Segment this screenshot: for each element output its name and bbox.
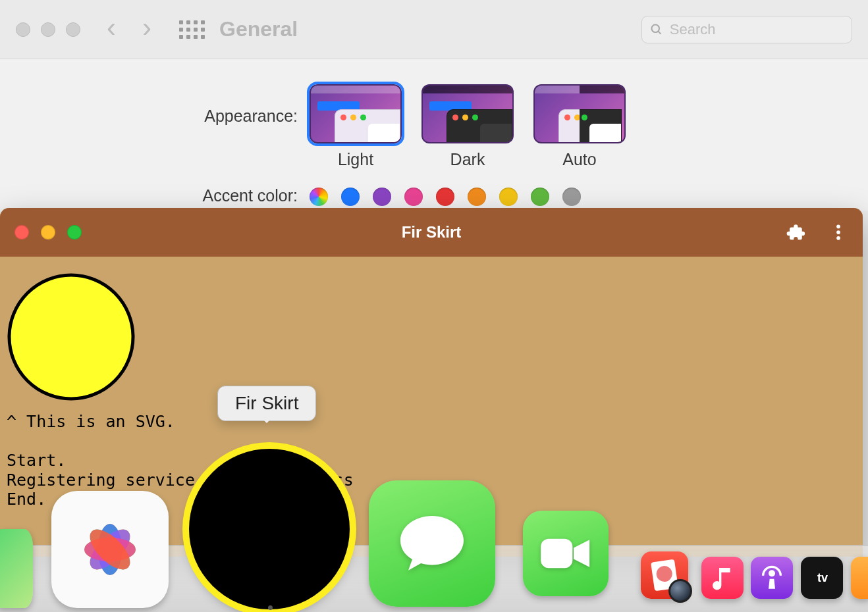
dock-tv-icon[interactable]: tv — [801, 557, 843, 599]
svg-point-4 — [836, 236, 840, 240]
accent-red[interactable] — [436, 188, 454, 206]
close-icon[interactable] — [14, 225, 29, 240]
dock-partial-icon[interactable] — [851, 557, 868, 599]
dock-maps-icon[interactable] — [0, 529, 33, 608]
pane-title: General — [219, 17, 298, 41]
zoom-icon[interactable] — [67, 225, 82, 240]
dock-photobooth-icon[interactable] — [641, 551, 688, 599]
svg-rect-14 — [541, 539, 572, 569]
appearance-dark-label: Dark — [421, 150, 514, 169]
podcast-icon — [759, 565, 785, 591]
search-input[interactable] — [670, 21, 844, 38]
close-icon[interactable] — [16, 22, 30, 37]
firskirt-title: Fir Skirt — [402, 223, 462, 242]
camera-lens-icon — [668, 579, 692, 603]
accent-orange[interactable] — [468, 188, 486, 206]
accent-purple[interactable] — [373, 188, 391, 206]
appearance-options: Light Dark Auto — [310, 84, 626, 169]
extension-icon[interactable] — [786, 222, 806, 242]
dock-music-icon[interactable] — [701, 557, 744, 599]
appearance-label: Appearance: — [0, 84, 310, 126]
music-note-icon — [709, 565, 736, 591]
dock: tv — [0, 545, 868, 612]
dock-photos-icon[interactable] — [51, 491, 169, 608]
minimize-icon[interactable] — [41, 225, 55, 240]
svg-point-5 — [9, 275, 133, 399]
accent-yellow[interactable] — [499, 188, 518, 206]
svg-point-0 — [651, 24, 659, 32]
accent-color-label: Accent color: — [0, 186, 310, 205]
speech-bubble-icon — [393, 504, 472, 583]
sysprefs-traffic-lights — [16, 22, 80, 37]
appearance-auto-label: Auto — [533, 150, 626, 169]
accent-graphite[interactable] — [562, 188, 581, 206]
video-camera-icon — [537, 535, 594, 572]
accent-multicolor[interactable] — [310, 188, 328, 206]
dock-tooltip-label: Fir Skirt — [235, 393, 298, 413]
svg-point-15 — [769, 570, 775, 576]
more-icon[interactable] — [828, 222, 848, 242]
forward-button[interactable]: › — [142, 12, 151, 43]
dock-tooltip: Fir Skirt — [217, 386, 316, 421]
search-field[interactable] — [641, 16, 852, 43]
dock-firskirt-icon[interactable] — [189, 449, 350, 609]
accent-blue[interactable] — [341, 188, 360, 206]
zoom-icon[interactable] — [66, 22, 80, 37]
dock-facetime-icon[interactable] — [523, 511, 609, 596]
tv-label: tv — [817, 571, 828, 585]
accent-green[interactable] — [531, 188, 549, 206]
appearance-dark[interactable]: Dark — [421, 84, 514, 169]
photos-flower-icon — [67, 507, 153, 592]
sysprefs-toolbar: ‹ › General — [0, 0, 868, 59]
appearance-light-label: Light — [310, 150, 402, 169]
svg-point-2 — [836, 224, 840, 228]
sysprefs-body: Appearance: Light Dark Auto — [0, 59, 868, 225]
show-all-icon[interactable] — [179, 20, 205, 39]
svg-caption: ^ This is an SVG. — [7, 412, 856, 431]
firskirt-titlebar[interactable]: Fir Skirt — [0, 208, 863, 257]
dock-messages-icon[interactable] — [369, 480, 495, 607]
appearance-light[interactable]: Light — [310, 84, 402, 169]
yellow-circle-svg — [7, 272, 856, 405]
back-button[interactable]: ‹ — [107, 12, 116, 43]
dock-podcasts-icon[interactable] — [751, 557, 793, 599]
sysprefs-nav: ‹ › — [107, 14, 151, 45]
accent-pink[interactable] — [404, 188, 423, 206]
appearance-auto[interactable]: Auto — [533, 84, 626, 169]
accent-color-swatches — [310, 188, 581, 206]
running-indicator-icon — [268, 605, 273, 610]
svg-line-1 — [658, 31, 661, 34]
firskirt-traffic-lights — [14, 225, 82, 240]
system-preferences-window: ‹ › General Appearance: Light Dark — [0, 0, 868, 211]
svg-point-3 — [836, 230, 840, 234]
minimize-icon[interactable] — [41, 22, 55, 37]
search-icon — [650, 22, 663, 37]
